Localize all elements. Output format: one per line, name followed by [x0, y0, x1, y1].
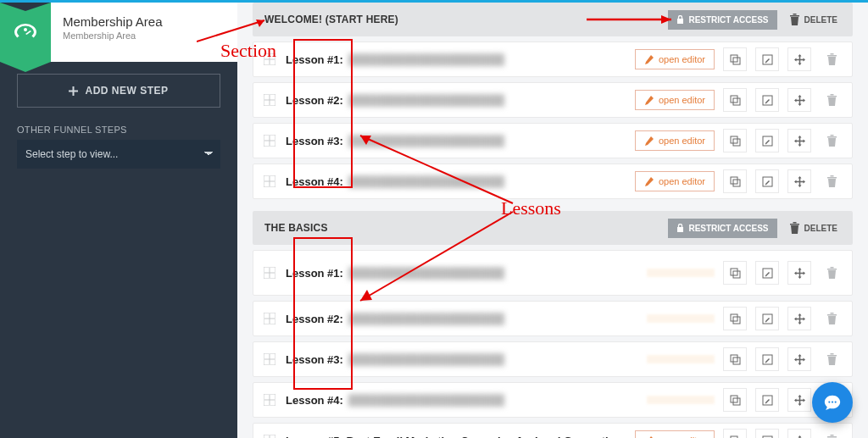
lesson-title: ████████████████████ — [348, 267, 504, 280]
lesson-title: ████████████████████ — [348, 313, 504, 325]
copy-button[interactable] — [723, 47, 747, 71]
svg-rect-11 — [733, 98, 740, 105]
copy-button[interactable] — [723, 388, 747, 412]
svg-rect-25 — [677, 227, 683, 232]
move-button[interactable] — [787, 261, 811, 285]
delete-lesson-button[interactable] — [820, 47, 843, 71]
delete-lesson-button[interactable] — [820, 261, 843, 285]
lesson-title-wrap: Lesson #4:████████████████████ — [286, 394, 638, 407]
move-button[interactable] — [787, 47, 811, 71]
edit-button[interactable] — [755, 88, 779, 112]
lesson-title-wrap: Lesson #2:████████████████████ — [286, 94, 626, 107]
svg-rect-41 — [731, 355, 737, 362]
pencil-icon — [644, 136, 654, 146]
add-new-step-button[interactable]: ADD NEW STEP — [17, 74, 220, 108]
copy-button[interactable] — [723, 88, 747, 112]
svg-rect-16 — [731, 136, 737, 143]
move-button[interactable] — [787, 429, 811, 438]
copy-button[interactable] — [723, 429, 747, 438]
pencil-icon — [644, 177, 654, 186]
grip-icon[interactable] — [262, 92, 277, 108]
lesson-title-wrap: Lesson #1:████████████████████ — [286, 267, 638, 280]
funnel-step-hero: Membership Area Membership Area — [0, 3, 237, 62]
chat-fab[interactable] — [812, 382, 853, 423]
svg-rect-35 — [731, 314, 737, 321]
move-button[interactable] — [787, 169, 811, 193]
edit-button[interactable] — [755, 429, 779, 438]
delete-lesson-button[interactable] — [820, 129, 843, 152]
edit-button[interactable] — [755, 129, 779, 152]
lesson-row: Lesson #4:████████████████████open edito… — [253, 164, 853, 199]
open-editor-button[interactable] — [647, 396, 715, 404]
restrict-access-button[interactable]: RESTRICT ACCESS — [668, 219, 776, 238]
grip-icon[interactable] — [262, 52, 277, 67]
open-editor-button[interactable]: open editor — [635, 430, 715, 438]
main-content: WELCOME! (START HERE)RESTRICT ACCESSDELE… — [237, 3, 868, 438]
lesson-title-wrap: Lesson #2:████████████████████ — [286, 313, 638, 325]
delete-lesson-button[interactable] — [820, 88, 843, 112]
other-steps-select[interactable]: Select step to view... — [17, 140, 220, 169]
dashboard-icon — [0, 3, 51, 62]
section-header: WELCOME! (START HERE)RESTRICT ACCESSDELE… — [253, 3, 853, 36]
edit-button[interactable] — [755, 261, 779, 285]
grip-icon[interactable] — [262, 311, 277, 326]
hero-title: Membership Area — [63, 14, 163, 29]
delete-section-button[interactable]: DELETE — [786, 217, 841, 239]
edit-button[interactable] — [755, 388, 779, 412]
svg-rect-0 — [677, 19, 683, 24]
lesson-label: Lesson #5: Best Email Marketing Campaign… — [286, 435, 622, 439]
grip-icon[interactable] — [262, 433, 277, 438]
edit-button[interactable] — [755, 47, 779, 71]
lesson-title: ████████████████████ — [348, 94, 504, 107]
restrict-access-button[interactable]: RESTRICT ACCESS — [668, 10, 776, 30]
delete-lesson-button[interactable] — [820, 307, 843, 330]
svg-rect-29 — [731, 269, 737, 275]
move-button[interactable] — [787, 307, 811, 330]
edit-button[interactable] — [755, 347, 779, 371]
grip-icon[interactable] — [262, 174, 277, 189]
delete-lesson-button[interactable] — [820, 169, 843, 193]
lesson-title-wrap: Lesson #3:████████████████████ — [286, 353, 638, 366]
edit-button[interactable] — [755, 307, 779, 330]
pencil-icon — [644, 96, 654, 105]
edit-button[interactable] — [755, 169, 779, 193]
copy-button[interactable] — [723, 129, 747, 152]
lesson-title: ████████████████████ — [348, 135, 504, 147]
open-editor-button[interactable] — [647, 269, 715, 277]
sidebar: Membership Area Membership Area ADD NEW … — [0, 3, 237, 438]
open-editor-button[interactable] — [647, 314, 715, 323]
grip-icon[interactable] — [262, 392, 277, 408]
svg-rect-47 — [731, 396, 737, 402]
lesson-title: ████████████████████ — [348, 394, 504, 407]
section: WELCOME! (START HERE)RESTRICT ACCESSDELE… — [253, 3, 853, 199]
section-title: WELCOME! (START HERE) — [264, 14, 659, 25]
copy-button[interactable] — [723, 261, 747, 285]
lesson-label: Lesson #4: — [286, 394, 343, 407]
add-new-step-label: ADD NEW STEP — [85, 85, 168, 97]
copy-button[interactable] — [723, 347, 747, 371]
svg-rect-48 — [733, 398, 740, 405]
open-editor-button[interactable]: open editor — [635, 90, 715, 110]
lesson-label: Lesson #3: — [286, 135, 343, 147]
grip-icon[interactable] — [262, 265, 277, 280]
copy-button[interactable] — [723, 169, 747, 193]
move-button[interactable] — [787, 129, 811, 152]
delete-lesson-button[interactable] — [820, 429, 843, 438]
open-editor-button[interactable]: open editor — [635, 130, 715, 151]
hero-subtitle: Membership Area — [63, 30, 163, 41]
move-button[interactable] — [787, 88, 811, 112]
move-button[interactable] — [787, 388, 811, 412]
open-editor-button[interactable]: open editor — [635, 171, 715, 191]
move-button[interactable] — [787, 347, 811, 371]
other-steps-label: OTHER FUNNEL STEPS — [17, 125, 220, 135]
grip-icon[interactable] — [262, 352, 277, 367]
lock-icon — [676, 15, 684, 24]
delete-section-button[interactable]: DELETE — [786, 8, 841, 30]
grip-icon[interactable] — [262, 133, 277, 148]
copy-button[interactable] — [723, 307, 747, 330]
lesson-title-wrap: Lesson #1:████████████████████ — [286, 53, 626, 66]
delete-lesson-button[interactable] — [820, 347, 843, 371]
lesson-title: ████████████████████ — [348, 175, 504, 188]
open-editor-button[interactable]: open editor — [635, 49, 715, 69]
open-editor-button[interactable] — [647, 355, 715, 363]
